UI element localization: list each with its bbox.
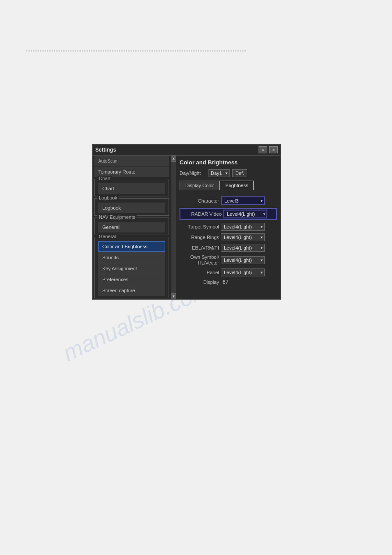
radar-video-row: RADAR Video Level1 Level2 Level3 Level4 … <box>180 208 277 220</box>
day-night-label: Day/Night <box>180 170 206 176</box>
left-panel: AutoScan Temporary Route Chart Chart Log… <box>93 156 171 299</box>
ebl-vrm-pi-label: EBL/VRM/PI <box>180 245 219 250</box>
sidebar-item-logbook[interactable]: Logbook <box>98 203 165 213</box>
radar-video-select[interactable]: Level1 Level2 Level3 Level4 Level4(Light… <box>223 210 267 218</box>
ebl-vrm-pi-row: EBL/VRM/PI Level1 Level2 Level3 Level4 L… <box>180 244 277 252</box>
target-symbol-select[interactable]: Level1 Level2 Level3 Level4 Level4(Light… <box>221 223 265 231</box>
character-select[interactable]: Level1 Level2 Level3 Level4 Level4(Light… <box>221 196 265 205</box>
close-button[interactable]: ✕ <box>269 146 278 153</box>
display-label: Display <box>180 279 219 285</box>
target-symbol-label: Target Symbol <box>180 224 219 229</box>
section-nav-label: NAV Equipments <box>97 214 137 220</box>
def-button[interactable]: Def. <box>232 169 247 177</box>
target-symbol-select-wrapper: Level1 Level2 Level3 Level4 Level4(Light… <box>221 223 265 231</box>
own-symbol-select-wrapper: Level1 Level2 Level3 Level4 Level4(Light… <box>221 256 265 264</box>
sidebar-item-screen-capture[interactable]: Screen capture <box>98 285 165 296</box>
sidebar-item-color-brightness[interactable]: Color and Brightness <box>98 241 165 252</box>
panel-select-wrapper: Level1 Level2 Level3 Level4 Level4(Light… <box>221 268 265 276</box>
own-symbol-row: Own Symbol/HL/Vector Level1 Level2 Level… <box>180 254 277 266</box>
dialog-body: AutoScan Temporary Route Chart Chart Log… <box>93 156 281 299</box>
dotted-line <box>26 51 246 51</box>
panel-label: Panel <box>180 270 219 275</box>
range-rings-select-wrapper: Level1 Level2 Level3 Level4 Level4(Light… <box>221 233 265 241</box>
sidebar-item-key-assignment[interactable]: Key Assignment <box>98 263 165 274</box>
sidebar-item-chart[interactable]: Chart <box>98 183 165 194</box>
settings-dialog: Settings » ✕ AutoScan Temporary Route Ch… <box>92 144 281 300</box>
dialog-controls: » ✕ <box>259 146 278 153</box>
expand-button[interactable]: » <box>259 146 267 153</box>
section-chart-label: Chart <box>97 176 112 181</box>
tab-display-color[interactable]: Display Color <box>180 181 219 190</box>
day-night-select[interactable]: Day1 Day2 Night <box>209 169 230 177</box>
section-logbook-label: Logbook <box>97 195 119 200</box>
day-night-row: Day/Night Day1 Day2 Night Def. <box>180 169 277 177</box>
sidebar-item-autoscan[interactable]: AutoScan <box>94 156 169 166</box>
range-rings-row: Range Rings Level1 Level2 Level3 Level4 … <box>180 233 277 241</box>
display-value: 67 <box>223 279 228 285</box>
character-select-wrapper: Level1 Level2 Level3 Level4 Level4(Light… <box>221 196 265 205</box>
own-symbol-select[interactable]: Level1 Level2 Level3 Level4 Level4(Light… <box>221 256 265 264</box>
right-panel: Color and Brightness Day/Night Day1 Day2… <box>176 156 281 299</box>
panel-row: Panel Level1 Level2 Level3 Level4 Level4… <box>180 268 277 276</box>
character-label: Character <box>180 198 219 203</box>
sidebar-item-preferences[interactable]: Preferences <box>98 274 165 285</box>
dialog-title: Settings <box>95 147 116 153</box>
day-night-select-wrapper: Day1 Day2 Night <box>209 169 230 177</box>
ebl-vrm-pi-select[interactable]: Level1 Level2 Level3 Level4 Level4(Light… <box>221 244 265 252</box>
scroll-track <box>171 162 176 293</box>
radar-video-label: RADAR Video <box>182 211 222 217</box>
panel-title: Color and Brightness <box>180 159 277 166</box>
tab-row: Display Color Brightness <box>180 181 277 190</box>
tab-brightness[interactable]: Brightness <box>219 181 254 190</box>
sidebar-item-sounds[interactable]: Sounds <box>98 252 165 263</box>
section-general-label: General <box>97 234 117 239</box>
radar-video-select-wrapper: Level1 Level2 Level3 Level4 Level4(Light… <box>223 210 267 218</box>
display-row: Display 67 <box>180 279 277 285</box>
range-rings-select[interactable]: Level1 Level2 Level3 Level4 Level4(Light… <box>221 233 265 241</box>
sidebar-item-general-nav[interactable]: General <box>98 222 165 232</box>
target-symbol-row: Target Symbol Level1 Level2 Level3 Level… <box>180 223 277 231</box>
scroll-up-arrow[interactable]: ▲ <box>171 156 176 162</box>
dialog-titlebar: Settings » ✕ <box>93 145 281 156</box>
own-symbol-label: Own Symbol/HL/Vector <box>180 254 219 266</box>
range-rings-label: Range Rings <box>180 235 219 240</box>
character-row: Character Level1 Level2 Level3 Level4 Le… <box>180 196 277 205</box>
scroll-down-arrow[interactable]: ▼ <box>171 293 176 299</box>
brightness-content: Character Level1 Level2 Level3 Level4 Le… <box>180 195 277 287</box>
panel-select[interactable]: Level1 Level2 Level3 Level4 Level4(Light… <box>221 268 265 276</box>
ebl-vrm-pi-select-wrapper: Level1 Level2 Level3 Level4 Level4(Light… <box>221 244 265 252</box>
